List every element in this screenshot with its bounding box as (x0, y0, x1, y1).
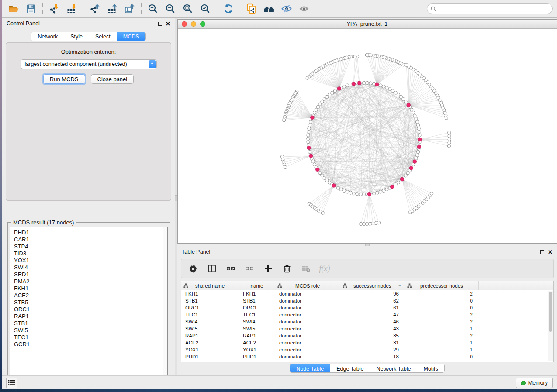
select-all-icon[interactable] (225, 263, 236, 274)
optimization-criterion-label: Optimization criterion: (6, 48, 171, 55)
mcds-result-item[interactable]: SWI4 (14, 264, 167, 271)
table-row[interactable]: PHD1PHD1dominator180 (181, 353, 553, 360)
zoom-fit-icon[interactable] (179, 2, 197, 16)
show-panel-eye-icon[interactable] (295, 2, 313, 16)
add-row-plus-icon[interactable] (263, 263, 274, 274)
cell-predecessor_nodes: 0 (405, 298, 479, 303)
export-table-icon[interactable] (104, 2, 121, 16)
tab-mcds[interactable]: MCDS (117, 32, 145, 41)
cell-shared_name: FKH1 (181, 291, 239, 296)
show-columns-icon[interactable] (206, 263, 218, 274)
cell-name: ORC1 (239, 305, 275, 310)
cell-successor_nodes: 31 (340, 340, 405, 345)
network-graph[interactable] (178, 29, 557, 243)
mcds-result-item[interactable]: TEC1 (14, 334, 167, 341)
task-history-button[interactable] (6, 378, 17, 388)
optimization-criterion-select[interactable]: largest connected component (undirected)… (21, 59, 157, 69)
mcds-result-item[interactable]: CAR1 (14, 236, 167, 243)
float-panel-icon[interactable] (158, 22, 162, 26)
mcds-result-item[interactable]: STP4 (14, 243, 167, 250)
tab-edge-table[interactable]: Edge Table (330, 364, 370, 373)
table-settings-gear-icon[interactable] (187, 263, 199, 274)
cell-mcds_role: dominator (275, 291, 340, 296)
clone-network-icon[interactable] (243, 2, 260, 16)
open-file-icon[interactable] (5, 2, 22, 16)
table-scrollbar-thumb[interactable] (549, 292, 552, 332)
status-bar: Memory (2, 375, 557, 389)
cell-shared_name: STB1 (181, 298, 239, 303)
table-panel-title: Table Panel (182, 249, 210, 255)
mcds-result-item[interactable]: FKH1 (14, 285, 167, 292)
table-row[interactable]: SWI4SWI4dominator462 (181, 318, 553, 325)
table-row[interactable]: YOX1YOX1connector291 (181, 346, 553, 353)
search-box[interactable] (427, 3, 553, 14)
import-network-icon[interactable] (45, 2, 63, 16)
search-input[interactable] (439, 6, 549, 12)
mcds-result-item[interactable]: STB1 (14, 320, 167, 327)
cell-predecessor_nodes: 2 (405, 312, 479, 317)
mcds-result-list[interactable]: PHD1CAR1STP4TID3YOX1SWI4SRD1PMA2FKH1ACE2… (10, 227, 168, 382)
mcds-result-item[interactable]: RAP1 (14, 313, 167, 320)
cell-shared_name: YOX1 (181, 347, 239, 352)
horizontal-splitter-handle[interactable] (365, 244, 370, 246)
zoom-out-icon[interactable] (162, 2, 179, 16)
column-header-successor-nodes[interactable]: successor nodes⌄ (340, 281, 405, 290)
table-row[interactable]: STB1STB1dominator620 (181, 297, 553, 304)
column-header-name[interactable]: name (239, 281, 275, 290)
cell-name: ACE2 (239, 340, 275, 345)
mcds-result-item[interactable]: PHD1 (14, 229, 167, 236)
export-image-icon[interactable] (121, 2, 138, 16)
table-row[interactable]: ACE2ACE2connector311 (181, 339, 553, 346)
mcds-result-item[interactable]: TID3 (14, 250, 167, 257)
mcds-result-item[interactable]: GCR1 (14, 341, 167, 348)
tab-select[interactable]: Select (89, 32, 117, 41)
zoom-selected-icon[interactable] (197, 2, 214, 16)
delete-row-trash-icon[interactable] (281, 263, 293, 274)
tab-network[interactable]: Network (31, 32, 64, 41)
column-header-predecessor-nodes[interactable]: predecessor nodes (405, 281, 479, 290)
network-canvas[interactable] (178, 29, 557, 243)
table-row[interactable]: TEC1TEC1connector472 (181, 311, 553, 318)
mcds-result-item[interactable]: ORC1 (14, 306, 167, 313)
table-row[interactable]: RAP1RAP1dominator352 (181, 332, 553, 339)
close-panel-button[interactable]: Close panel (91, 74, 134, 84)
cell-shared_name: SWI4 (181, 319, 239, 324)
export-network-icon[interactable] (86, 2, 104, 16)
table-scrollbar[interactable] (548, 291, 553, 361)
import-table-icon[interactable] (63, 2, 80, 16)
mcds-result-item[interactable]: SWI5 (14, 327, 167, 334)
memory-button[interactable]: Memory (516, 378, 553, 388)
mcds-result-item[interactable]: SRD1 (14, 271, 167, 278)
save-session-icon[interactable] (22, 2, 40, 16)
run-mcds-button[interactable]: Run MCDS (43, 74, 85, 84)
mcds-result-item[interactable]: PMA2 (14, 278, 167, 285)
cell-name: TEC1 (239, 312, 275, 317)
mcds-result-item[interactable]: ACE2 (14, 292, 167, 299)
cell-mcds_role: connector (275, 326, 340, 331)
tab-network-table[interactable]: Network Table (370, 364, 417, 373)
network-window-titlebar[interactable]: YPA_prune.txt_1 (178, 20, 557, 29)
tab-motifs[interactable]: Motifs (417, 364, 444, 373)
table-row[interactable]: FKH1FKH1dominator962 (181, 290, 553, 297)
tab-style[interactable]: Style (64, 32, 89, 41)
table-row[interactable]: SWI5SWI5connector431 (181, 325, 553, 332)
refresh-layout-icon[interactable] (220, 2, 237, 16)
close-table-panel-icon[interactable]: ✕ (548, 249, 553, 255)
cell-successor_nodes: 35 (340, 333, 405, 338)
close-panel-icon[interactable]: ✕ (166, 21, 170, 27)
unselect-all-icon[interactable] (244, 263, 255, 274)
mcds-list-scrollbar[interactable] (163, 227, 167, 382)
cell-successor_nodes: 46 (340, 319, 405, 324)
zoom-in-icon[interactable] (144, 2, 162, 16)
hide-panel-eye-slash-icon[interactable] (278, 2, 295, 16)
table-row[interactable]: ORC1ORC1dominator610 (181, 304, 553, 311)
column-header-shared-name[interactable]: shared name (181, 281, 239, 290)
mcds-result-item[interactable]: STB5 (14, 299, 167, 306)
tab-node-table[interactable]: Node Table (290, 364, 330, 373)
float-table-panel-icon[interactable] (540, 250, 544, 254)
mcds-result-item[interactable]: YOX1 (14, 257, 167, 264)
home-icon[interactable] (260, 2, 278, 16)
column-header-MCDS-role[interactable]: MCDS role (275, 281, 340, 290)
cell-mcds_role: connector (275, 340, 340, 345)
cell-shared_name: TEC1 (181, 312, 239, 317)
